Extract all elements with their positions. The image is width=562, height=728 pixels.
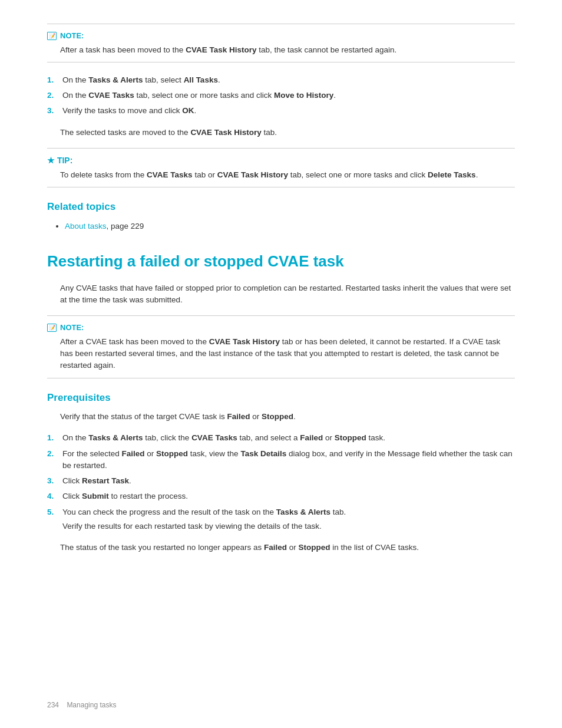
main-intro-para: Any CVAE tasks that have failed or stopp… (47, 282, 515, 307)
tip-content: To delete tasks from the CVAE Tasks tab … (47, 169, 515, 181)
page-number: 234 (47, 701, 59, 709)
prereq-step-1: 1. On the Tasks & Alerts tab, click the … (47, 432, 515, 444)
note-label-2: 📝 NOTE: (47, 322, 515, 334)
final-para: The status of the task you restarted no … (47, 542, 515, 554)
step-1-1: 1. On the Tasks & Alerts tab, select All… (47, 74, 515, 86)
prerequisites-heading: Prerequisites (47, 390, 515, 406)
footer: 234 Managing tasks (47, 700, 116, 710)
main-heading: Restarting a failed or stopped CVAE task (47, 250, 515, 273)
note-content-2: After a CVAE task has been moved to the … (47, 336, 515, 372)
footer-section: Managing tasks (67, 701, 116, 709)
tip-icon: ★ TIP: (47, 154, 72, 167)
related-topics-heading: Related topics (47, 199, 515, 215)
note-content-1: After a task has been moved to the CVAE … (47, 44, 515, 56)
note-icon-1: 📝 (47, 32, 57, 40)
note-label-text-2: NOTE: (60, 322, 84, 334)
prereq-step-5: 5. You can check the progress and the re… (47, 506, 515, 533)
page: 📝 NOTE: After a task has been moved to t… (0, 0, 562, 728)
prerequisites-steps: 1. On the Tasks & Alerts tab, click the … (47, 432, 515, 532)
prerequisites-verify: Verify that the status of the target CVA… (47, 411, 515, 423)
related-topics-list: About tasks, page 229 (65, 220, 515, 232)
note-label-1: 📝 NOTE: (47, 30, 515, 42)
prereq-step-4: 4. Click Submit to restart the process. (47, 490, 515, 502)
step-1-3: 3. Verify the tasks to move and click OK… (47, 105, 515, 117)
prereq-step-3: 3. Click Restart Task. (47, 475, 515, 487)
tip-box: ★ TIP: To delete tasks from the CVAE Tas… (47, 148, 515, 187)
steps-list-1: 1. On the Tasks & Alerts tab, select All… (47, 74, 515, 117)
step-1-2: 2. On the CVAE Tasks tab, select one or … (47, 90, 515, 101)
prereq-step-2: 2. For the selected Failed or Stopped ta… (47, 448, 515, 472)
about-tasks-link[interactable]: About tasks (65, 222, 107, 230)
note-icon-2: 📝 (47, 324, 57, 332)
note-label-text-1: NOTE: (60, 30, 84, 42)
result-para: The selected tasks are moved to the CVAE… (47, 127, 515, 139)
note-box-1: 📝 NOTE: After a task has been moved to t… (47, 24, 515, 62)
related-topics-item-1: About tasks, page 229 (65, 220, 515, 232)
tip-label: ★ TIP: (47, 154, 515, 167)
note-box-2: 📝 NOTE: After a CVAE task has been moved… (47, 315, 515, 378)
